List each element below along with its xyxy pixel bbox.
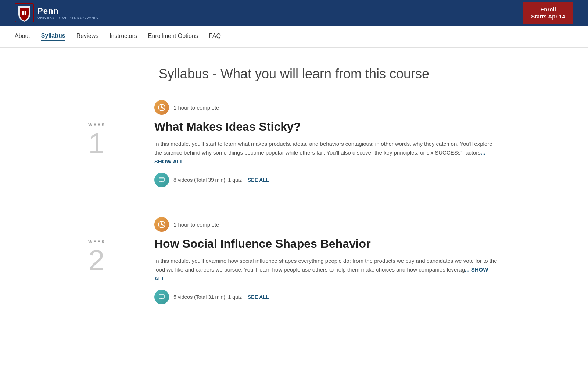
enroll-button[interactable]: Enroll Starts Apr 14 bbox=[523, 2, 573, 24]
svg-rect-12 bbox=[159, 295, 164, 298]
enroll-label: Enroll bbox=[540, 6, 556, 13]
week-1-number: 1 bbox=[88, 129, 105, 158]
nav-enrollment-options[interactable]: Enrollment Options bbox=[148, 33, 198, 41]
nav-faq[interactable]: FAQ bbox=[209, 33, 221, 41]
week-2-time-text: 1 hour to complete bbox=[173, 222, 219, 228]
week-1-see-all-link[interactable]: SEE ALL bbox=[248, 177, 269, 183]
penn-logo-icon bbox=[15, 3, 34, 22]
top-header: Penn UNIVERSITY OF PENNSYLVANIA Enroll S… bbox=[0, 0, 588, 26]
week-1-time-badge: 1 hour to complete bbox=[154, 100, 500, 115]
week-1-title: What Makes Ideas Sticky? bbox=[154, 120, 500, 134]
week-2-content: 1 hour to complete How Social Influence … bbox=[154, 217, 500, 304]
week-1-clock-icon bbox=[154, 100, 169, 115]
week-1-content-meta: 8 videos (Total 39 min), 1 quiz SEE ALL bbox=[154, 173, 500, 187]
nav-bar: About Syllabus Reviews Instructors Enrol… bbox=[0, 26, 588, 48]
week-2-description: In this module, you'll examine how socia… bbox=[154, 256, 500, 283]
week-2-title: How Social Influence Shapes Behavior bbox=[154, 237, 500, 251]
nav-syllabus[interactable]: Syllabus bbox=[41, 32, 65, 41]
week-1-content-icon bbox=[154, 173, 169, 187]
nav-reviews[interactable]: Reviews bbox=[76, 33, 98, 41]
svg-rect-7 bbox=[159, 178, 164, 181]
week-2-see-all-link[interactable]: SEE ALL bbox=[248, 294, 269, 300]
week-2-content-icon bbox=[154, 290, 169, 304]
penn-subtitle: UNIVERSITY OF PENNSYLVANIA bbox=[37, 16, 98, 20]
logo-area: Penn UNIVERSITY OF PENNSYLVANIA bbox=[15, 3, 98, 22]
week-2-content-meta: 5 videos (Total 31 min), 1 quiz SEE ALL bbox=[154, 290, 500, 304]
week-2-meta-text: 5 videos (Total 31 min), 1 quiz bbox=[173, 294, 242, 300]
week-1-description: In this module, you'll start to learn wh… bbox=[154, 139, 500, 166]
svg-rect-8 bbox=[161, 181, 162, 182]
week-2-label-col: WEEK 2 bbox=[88, 217, 154, 304]
week-1-meta-text: 8 videos (Total 39 min), 1 quiz bbox=[173, 177, 242, 183]
week-2-label: WEEK bbox=[88, 239, 106, 244]
week-2-time-badge: 1 hour to complete bbox=[154, 217, 500, 232]
week-1-label: WEEK bbox=[88, 122, 106, 127]
page-title: Syllabus - What you will learn from this… bbox=[88, 66, 500, 82]
svg-line-6 bbox=[162, 107, 163, 108]
week-1-content: 1 hour to complete What Makes Ideas Stic… bbox=[154, 100, 500, 187]
main-content: Syllabus - What you will learn from this… bbox=[74, 48, 514, 337]
penn-name: Penn bbox=[37, 6, 98, 16]
week-2-section: WEEK 2 1 hour to complete How Social Inf… bbox=[88, 202, 500, 319]
week-1-time-text: 1 hour to complete bbox=[173, 105, 219, 111]
week-1-section: WEEK 1 1 hour to complete What Makes Ide… bbox=[88, 100, 500, 202]
svg-rect-13 bbox=[161, 298, 162, 299]
week-2-clock-icon bbox=[154, 217, 169, 232]
nav-about[interactable]: About bbox=[15, 33, 30, 41]
week-2-number: 2 bbox=[88, 246, 105, 275]
week-1-label-col: WEEK 1 bbox=[88, 100, 154, 187]
svg-line-11 bbox=[162, 224, 163, 225]
enroll-starts-label: Starts Apr 14 bbox=[531, 13, 565, 20]
nav-instructors[interactable]: Instructors bbox=[110, 33, 137, 41]
